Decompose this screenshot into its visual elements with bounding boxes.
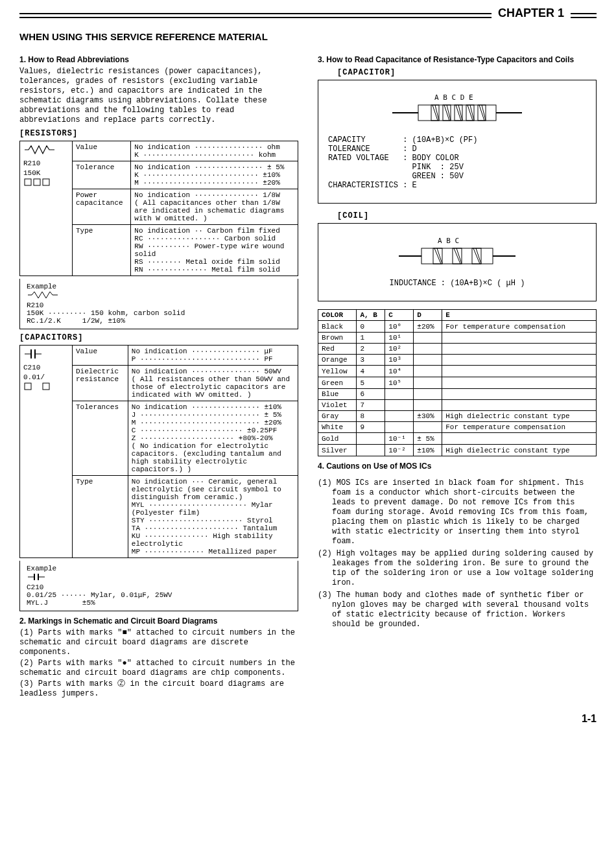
color-code-table: COLORA, BCDE Black010⁰±20%For temperatur…	[318, 309, 597, 456]
capacitor-diagram-label: [CAPACITOR]	[337, 68, 597, 77]
caution-item: (3) The human body and clothes made of s…	[318, 591, 597, 629]
table-cell: Green	[318, 377, 357, 389]
cautions-list: (1) MOS ICs are inserted in black foam f…	[318, 478, 597, 629]
table-cell: 10⁻²	[385, 445, 414, 456]
sec2-item: (3) Parts with marks Ⓩ in the circuit bo…	[19, 679, 298, 699]
row-key: Dielectric resistance	[73, 366, 128, 401]
chapter-header: CHAPTER 1	[19, 13, 597, 18]
table-header: C	[385, 310, 414, 321]
table-cell	[357, 433, 385, 445]
row-val: No indication ··············· 1/8W ( All…	[131, 189, 298, 225]
table-cell: 10²	[385, 344, 414, 355]
table-cell	[357, 445, 385, 456]
table-cell	[414, 344, 442, 355]
table-cell	[442, 400, 597, 411]
resistors-table: R210 150K Value No indication ··········…	[19, 141, 298, 276]
table-row: Orange310³	[318, 355, 597, 366]
example-text: C210 0.01/25 ······ Mylar, 0.01μF, 25WV …	[27, 583, 172, 607]
diagram-line: CHARACTERISTICS : E	[328, 181, 586, 190]
table-cell	[442, 344, 597, 355]
row-val: No indication ·· Carbon film fixed RC ··…	[131, 225, 298, 276]
row-val: No indication ················ ±10% J ··…	[128, 401, 298, 476]
table-cell: Black	[318, 321, 357, 333]
table-cell: Blue	[318, 389, 357, 400]
table-cell: 10⁻¹	[385, 433, 414, 445]
coil-diagram: A B C INDUCTANCE : (10A+B)×C ( μH )	[318, 223, 597, 301]
table-cell	[442, 433, 597, 445]
resistor-example: Example R210 150K ········· 150 kohm, ca…	[19, 279, 298, 329]
table-cell: Orange	[318, 355, 357, 366]
right-column: 3. How to Read Capacitance of Resistance…	[318, 50, 597, 700]
table-cell	[414, 366, 442, 377]
diagram-line: PINK : 25V	[328, 163, 586, 172]
row-key: Type	[73, 225, 131, 276]
diagram-line: TOLERANCE : D	[328, 145, 586, 154]
table-header: A, B	[357, 310, 385, 321]
table-row: Brown110¹	[318, 333, 597, 344]
table-cell: Yellow	[318, 366, 357, 377]
table-row: Gray8±30%High dielectric constant type	[318, 411, 597, 422]
left-column: 1. How to Read Abbreviations Values, die…	[19, 50, 298, 700]
sec4-heading: 4. Cautions on Use of MOS ICs	[318, 462, 597, 471]
table-cell: For temperature compensation	[442, 422, 597, 433]
table-cell: Gold	[318, 433, 357, 445]
table-cell: 10¹	[385, 333, 414, 344]
table-cell	[442, 366, 597, 377]
table-cell: 9	[357, 422, 385, 433]
caution-item: (1) MOS ICs are inserted in black foam f…	[318, 478, 597, 546]
diagram-line: RATED VOLTAGE : BODY COLOR	[328, 154, 586, 163]
diagram-line: CAPACITY : (10A+B)×C (PF)	[328, 135, 586, 145]
table-row: Red210²	[318, 344, 597, 355]
sec2-heading: 2. Markings in Schematic and Circuit Boa…	[19, 616, 298, 626]
coil-body-icon: A B C	[392, 237, 522, 269]
chapter-label: CHAPTER 1	[492, 6, 571, 20]
row-val: No indication ················ 50WV ( Al…	[128, 366, 298, 401]
table-cell: Silver	[318, 445, 357, 456]
sec1-heading: 1. How to Read Abbreviations	[19, 55, 298, 64]
table-cell: Violet	[318, 400, 357, 411]
svg-rect-2	[43, 179, 49, 185]
table-cell	[442, 377, 597, 389]
table-cell: 3	[357, 355, 385, 366]
table-cell	[385, 411, 414, 422]
capacitor-icon	[27, 572, 46, 581]
table-cell	[414, 333, 442, 344]
row-key: Value	[73, 141, 131, 161]
row-key: Power capacitance	[73, 189, 131, 225]
table-cell: For temperature compensation	[442, 321, 597, 333]
capacitor-body-icon: A B C D E	[386, 93, 528, 126]
sec3-heading: 3. How to Read Capacitance of Resistance…	[318, 55, 597, 64]
sec2-item: (2) Parts with marks "●" attached to cir…	[19, 659, 298, 678]
table-cell: Red	[318, 344, 357, 355]
table-cell	[414, 389, 442, 400]
table-header: D	[414, 310, 442, 321]
table-cell: 5	[357, 377, 385, 389]
capacitor-diagram: A B C D E CAPACITY : (10A+B)×C (PF) TOLE…	[318, 80, 597, 204]
example-label: Example	[27, 283, 56, 290]
table-cell: 10⁴	[385, 366, 414, 377]
table-cell: Brown	[318, 333, 357, 344]
capacitors-label: [CAPACITORS]	[19, 333, 298, 342]
example-text: R210 150K ········· 150 kohm, carbon sol…	[27, 301, 185, 325]
table-cell: 4	[357, 366, 385, 377]
table-cell: 10³	[385, 355, 414, 366]
capacitor-example: Example C210 0.01/25 ······ Mylar, 0.01μ…	[19, 561, 298, 611]
resistor-symbol-cell: R210 150K	[20, 141, 73, 276]
table-cell: 1	[357, 333, 385, 344]
table-cell: High dielectric constant type	[442, 445, 597, 456]
table-cell: ±20%	[414, 321, 442, 333]
svg-text:A  B  C  D  E: A B C D E	[434, 93, 473, 102]
table-cell: 10⁰	[385, 321, 414, 333]
table-row: Black010⁰±20%For temperature compensatio…	[318, 321, 597, 333]
table-row: Violet7	[318, 400, 597, 411]
table-cell: 6	[357, 389, 385, 400]
table-row: Blue6	[318, 389, 597, 400]
capacitor-icon	[23, 347, 43, 360]
row-val: No indication ················ ohm K ···…	[131, 141, 298, 161]
table-cell: High dielectric constant type	[442, 411, 597, 422]
table-cell	[442, 333, 597, 344]
table-cell: 0	[357, 321, 385, 333]
table-cell: White	[318, 422, 357, 433]
page-title: WHEN USING THIS SERVICE REFERENCE MATERI…	[19, 31, 597, 42]
table-row: Yellow410⁴	[318, 366, 597, 377]
